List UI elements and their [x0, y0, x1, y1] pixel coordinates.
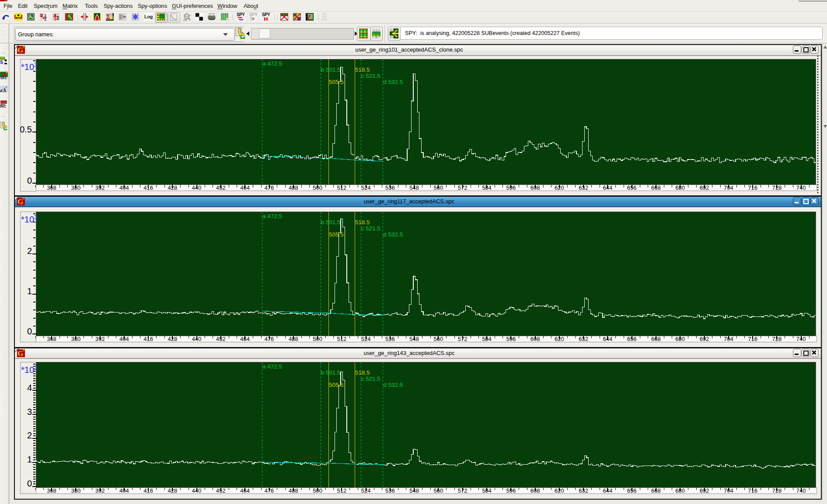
svg-text:4: 4 — [27, 383, 32, 393]
svg-text:572: 572 — [458, 184, 468, 191]
svg-text:SEL: SEL — [0, 76, 7, 79]
svg-text:740: 740 — [796, 487, 806, 494]
svg-text:392: 392 — [95, 487, 105, 494]
svg-text:a 472.5: a 472.5 — [262, 213, 282, 219]
svg-text:505.5: 505.5 — [329, 382, 344, 388]
svg-text:500: 500 — [313, 336, 322, 342]
svg-text:656: 656 — [627, 184, 637, 191]
svg-text:488: 488 — [289, 184, 298, 191]
svg-text:476: 476 — [265, 487, 274, 494]
svg-text:c 521.5: c 521.5 — [361, 225, 380, 232]
svg-text:716: 716 — [748, 487, 757, 494]
svg-text:548: 548 — [409, 184, 419, 191]
svg-text:518.5: 518.5 — [355, 369, 370, 376]
svg-text:524: 524 — [361, 184, 371, 191]
svg-text:404: 404 — [119, 184, 129, 191]
svg-text:548: 548 — [409, 336, 419, 342]
svg-text:488: 488 — [289, 336, 298, 342]
svg-text:500: 500 — [313, 184, 322, 191]
svg-text:3: 3 — [27, 407, 32, 417]
svg-text:584: 584 — [482, 336, 492, 342]
svg-text:632: 632 — [579, 336, 588, 342]
svg-text:1: 1 — [27, 455, 32, 465]
svg-text:S: S — [0, 59, 3, 64]
svg-text:680: 680 — [675, 487, 685, 494]
svg-text:SPY: SPY — [262, 13, 270, 17]
svg-text:608: 608 — [530, 487, 540, 494]
svg-text:440: 440 — [192, 184, 202, 191]
svg-text:548: 548 — [409, 487, 419, 494]
svg-text:0: 0 — [27, 479, 32, 488]
svg-text:560: 560 — [434, 336, 443, 342]
svg-text:596: 596 — [506, 184, 516, 191]
svg-text:560: 560 — [434, 487, 443, 494]
svg-text:728: 728 — [772, 487, 782, 494]
svg-text:488: 488 — [289, 487, 298, 494]
svg-text:584: 584 — [482, 487, 492, 494]
svg-text:d 532.5: d 532.5 — [383, 79, 403, 85]
svg-text:c 521.5: c 521.5 — [361, 375, 380, 382]
svg-text:704: 704 — [724, 487, 733, 494]
svg-text:464: 464 — [240, 487, 250, 494]
svg-text:536: 536 — [385, 184, 395, 191]
svg-text:596: 596 — [506, 487, 516, 494]
svg-text:692: 692 — [700, 487, 709, 494]
svg-text:2: 2 — [56, 15, 59, 21]
svg-text:644: 644 — [603, 487, 613, 494]
svg-text:INC: INC — [0, 104, 7, 108]
svg-text:368: 368 — [47, 184, 56, 191]
svg-text:512: 512 — [337, 184, 346, 191]
svg-text:572: 572 — [458, 336, 468, 342]
svg-text:476: 476 — [265, 184, 274, 191]
svg-text:656: 656 — [627, 336, 637, 342]
svg-text:440: 440 — [192, 487, 202, 494]
svg-text:428: 428 — [168, 487, 178, 494]
svg-text:668: 668 — [651, 487, 661, 494]
svg-text:464: 464 — [240, 184, 250, 191]
svg-text:2D: 2D — [183, 18, 187, 21]
svg-text:a 472.5: a 472.5 — [262, 60, 282, 67]
svg-text:680: 680 — [675, 336, 685, 342]
svg-text:2: 2 — [27, 431, 32, 441]
svg-text:728: 728 — [772, 336, 782, 342]
svg-text:b 501.5: b 501.5 — [321, 369, 341, 376]
svg-text:505.5: 505.5 — [329, 79, 344, 85]
svg-text:716: 716 — [748, 336, 757, 342]
svg-text:440: 440 — [192, 336, 202, 342]
svg-text:620: 620 — [555, 184, 564, 191]
svg-text:518.5: 518.5 — [355, 66, 370, 73]
svg-text:680: 680 — [675, 184, 685, 191]
svg-text:536: 536 — [385, 487, 395, 494]
svg-text:632: 632 — [579, 184, 588, 191]
svg-text:368: 368 — [47, 336, 56, 342]
svg-text:416: 416 — [143, 184, 153, 191]
svg-text:SPY: SPY — [249, 13, 258, 17]
svg-text:a 472.5: a 472.5 — [262, 363, 282, 370]
svg-text:Log: Log — [144, 14, 153, 19]
svg-text:b 501.5: b 501.5 — [321, 219, 341, 226]
svg-text:560: 560 — [434, 184, 443, 191]
svg-text:380: 380 — [71, 336, 80, 342]
svg-text:740: 740 — [796, 184, 806, 191]
svg-text:452: 452 — [216, 184, 226, 191]
svg-text:d 532.5: d 532.5 — [383, 231, 403, 238]
svg-text:500: 500 — [313, 487, 322, 494]
svg-text:452: 452 — [216, 336, 226, 342]
svg-text:536: 536 — [385, 336, 395, 342]
svg-text:704: 704 — [724, 184, 733, 191]
svg-text:404: 404 — [119, 336, 129, 342]
svg-text:2D: 2D — [109, 16, 114, 20]
svg-text:b 501.5: b 501.5 — [321, 66, 341, 73]
svg-text:620: 620 — [555, 336, 564, 342]
svg-text:d 532.5: d 532.5 — [383, 382, 403, 388]
svg-text:1: 1 — [27, 286, 32, 296]
svg-text:656: 656 — [627, 487, 637, 494]
svg-text:692: 692 — [700, 336, 709, 342]
svg-text:644: 644 — [603, 184, 613, 191]
svg-text:476: 476 — [265, 336, 274, 342]
svg-text:608: 608 — [530, 336, 540, 342]
svg-text:428: 428 — [168, 184, 178, 191]
svg-text:428: 428 — [168, 336, 178, 342]
svg-text:668: 668 — [651, 184, 661, 191]
svg-text:416: 416 — [143, 487, 153, 494]
